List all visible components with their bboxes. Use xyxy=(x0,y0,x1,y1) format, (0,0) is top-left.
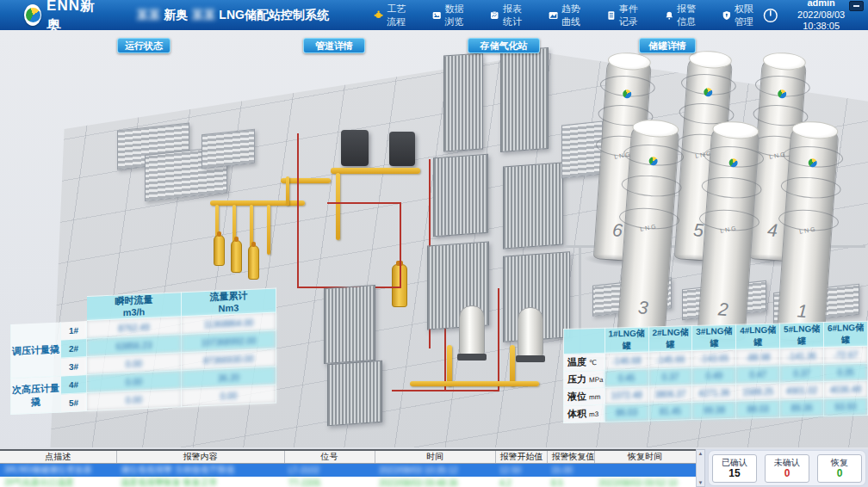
total-value: 0.00 xyxy=(182,385,276,407)
flow-value: 0.00 xyxy=(87,389,182,411)
heater-unit xyxy=(389,132,415,166)
btn-tank-details[interactable]: 储罐详情 xyxy=(639,38,696,53)
alarm-scrollbar[interactable]: ▲ ▼ xyxy=(696,449,705,487)
alarm-summary-panel: 已确认 15 未确认 0 恢复 0 xyxy=(708,450,866,486)
alarm-row-selected[interactable]: 3#LNG储罐液位变送器 液位低低报警 当前值低于限值 LT-3102 2022… xyxy=(0,464,696,477)
menu-report-stats[interactable]: 报表统计 xyxy=(490,3,530,28)
tank-cap xyxy=(762,52,806,71)
lng-pipe xyxy=(327,202,401,204)
regulator-pipe xyxy=(286,176,289,206)
report-icon xyxy=(490,9,499,22)
enn-tank-logo xyxy=(704,88,713,97)
tank-number: 1 xyxy=(778,299,827,324)
outlet-pipe xyxy=(510,345,515,386)
filter-vessel xyxy=(214,235,225,266)
btn-pipeline-details[interactable]: 管道详情 xyxy=(303,38,365,53)
gas-manifold-pipe xyxy=(331,168,420,174)
buffer-vessel xyxy=(459,305,485,355)
vaporizer-tower xyxy=(500,47,549,152)
stat-unconfirmed: 未确认 0 xyxy=(765,454,809,483)
alarm-col-tag[interactable]: 位号 xyxy=(284,450,375,464)
outlet-pipe xyxy=(410,381,539,386)
username: admin xyxy=(786,0,856,9)
alarm-table: 点描述 报警内容 位号 时间 报警开始值 报警恢复值 恢复时间 3#LNG储罐液… xyxy=(0,449,697,487)
shield-icon xyxy=(722,9,731,22)
btn-running-status[interactable]: 运行状态 xyxy=(117,38,170,53)
tank-parameters-table: 1#LNG储罐 2#LNG储罐 3#LNG储罐 4#LNG储罐 5#LNG储罐 … xyxy=(563,321,868,423)
title-system: LNG储配站控制系统 xyxy=(219,8,329,23)
vaporizer-bank xyxy=(327,361,382,426)
vaporizer-bank xyxy=(433,154,488,237)
scroll-down-icon[interactable]: ▼ xyxy=(698,479,704,486)
tank-col-header: 1#LNG储罐 xyxy=(604,327,648,353)
menu-process-flow[interactable]: 工艺流程 xyxy=(374,3,415,28)
menu-trend-curve[interactable]: 趋势曲线 xyxy=(549,3,590,28)
confirmed-count: 15 xyxy=(728,468,740,479)
title-redacted-2: 某某 xyxy=(191,8,215,23)
power-icon[interactable] xyxy=(763,6,778,25)
process-flow-icon xyxy=(374,9,383,22)
vaporizer-tower xyxy=(443,52,483,151)
recovered-count: 0 xyxy=(837,468,843,479)
alarm-col-time[interactable]: 时间 xyxy=(375,450,495,464)
tank-number: 2 xyxy=(699,298,747,322)
tank-col-header: 4#LNG储罐 xyxy=(736,324,780,349)
regulator-pipe xyxy=(267,205,270,255)
main-menu: 工艺流程 数据浏览 报表统计 趋势曲线 xyxy=(374,3,763,28)
heater-unit xyxy=(341,130,369,166)
menu-data-browse[interactable]: 数据浏览 xyxy=(432,3,473,28)
lng-pipe xyxy=(297,133,299,288)
alarm-col-recover[interactable]: 报警恢复值 xyxy=(547,450,594,464)
stat-confirmed: 已确认 15 xyxy=(712,454,757,483)
tank-cap xyxy=(607,52,651,71)
title-bar: ENN新奥 某某 新奥 某某 LNG储配站控制系统 工艺流程 数据浏览 xyxy=(0,0,868,30)
enn-tank-logo xyxy=(623,89,632,99)
scroll-up-icon[interactable]: ▲ xyxy=(698,450,704,457)
alarm-row-recovered[interactable]: 2#气化器出口温度 温度低报警恢复 恢复正常 TT-2205 2022/08/0… xyxy=(0,477,696,487)
alarm-bell-icon xyxy=(665,9,673,22)
outlet-pipe xyxy=(447,345,452,386)
alarm-col-rtime[interactable]: 恢复时间 xyxy=(594,450,696,464)
gas-riser-pipe xyxy=(336,173,340,240)
data-browse-icon xyxy=(432,9,441,22)
flow-metering-table: 瞬时流量m3/h 流量累计Nm3 调压计量撬 1# 8762.49 113688… xyxy=(10,288,276,415)
event-record-icon xyxy=(607,9,616,22)
menu-event-record[interactable]: 事件记录 xyxy=(607,3,648,28)
title-company: 新奥 xyxy=(164,8,188,23)
tank-col-header: 2#LNG储罐 xyxy=(648,326,692,352)
group-regulating-skid: 调压计量撬 xyxy=(11,322,61,379)
enn-logo-icon xyxy=(24,4,41,26)
vaporizer-bank xyxy=(324,285,375,364)
trend-icon xyxy=(549,9,558,22)
minimize-button[interactable] xyxy=(849,1,864,11)
menu-permission-mgmt[interactable]: 权限管理 xyxy=(722,3,763,28)
unconfirmed-count: 0 xyxy=(784,468,790,479)
pipe-rack xyxy=(561,120,603,178)
tank-col-header: 5#LNG储罐 xyxy=(780,323,824,348)
title-redacted: 某某 xyxy=(136,8,160,23)
regulator-manifold xyxy=(210,200,305,206)
alarm-col-desc[interactable]: 点描述 xyxy=(0,450,116,464)
lng-pipe xyxy=(498,288,499,391)
alarm-strip: 点描述 报警内容 位号 时间 报警开始值 报警恢复值 恢复时间 3#LNG储罐液… xyxy=(0,449,868,487)
menu-alarm-info[interactable]: 报警信息 xyxy=(665,3,705,28)
datetime: 2022/08/03 10:38:05 xyxy=(786,9,856,34)
page-title: 某某 新奥 某某 LNG储配站控制系统 xyxy=(133,8,329,23)
tank-col-header: 3#LNG储罐 xyxy=(692,324,736,350)
enn-tank-logo xyxy=(778,89,787,99)
tank-number: 3 xyxy=(619,296,667,320)
btn-storage-gasification[interactable]: 存储气化站 xyxy=(468,38,540,53)
plant-scene: 运行状态 管道详情 存储气化站 储罐详情 xyxy=(0,30,868,449)
group-subhp-skid: 次高压计量撬 xyxy=(11,376,61,415)
vaporizer-bank xyxy=(503,163,563,250)
alarm-col-start[interactable]: 报警开始值 xyxy=(495,450,547,464)
lng-pipe xyxy=(400,202,401,288)
metering-skid-rack xyxy=(202,129,255,170)
tank-col-header: 6#LNG储罐 xyxy=(824,321,868,347)
filter-vessel xyxy=(248,245,259,280)
filter-vessel xyxy=(231,240,242,273)
buffer-vessel xyxy=(518,307,543,357)
lng-pipe xyxy=(392,390,499,391)
alarm-col-content[interactable]: 报警内容 xyxy=(116,450,284,464)
stat-recovered: 恢复 0 xyxy=(817,454,862,483)
